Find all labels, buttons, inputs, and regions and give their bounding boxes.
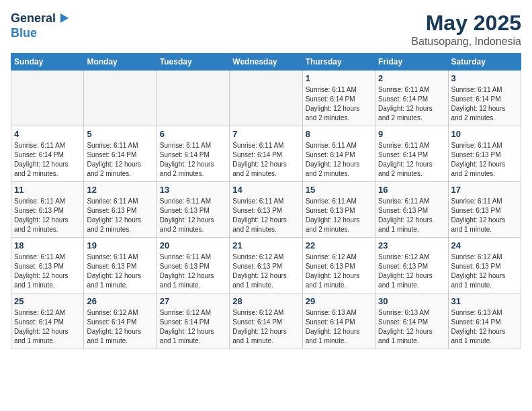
day-number: 3 — [451, 73, 518, 83]
day-info: Sunrise: 6:12 AM Sunset: 6:13 PM Dayligh… — [378, 253, 445, 290]
calendar-cell — [157, 71, 229, 126]
calendar-cell: 13Sunrise: 6:11 AM Sunset: 6:13 PM Dayli… — [157, 182, 229, 238]
day-number: 19 — [87, 240, 153, 250]
calendar-cell: 27Sunrise: 6:12 AM Sunset: 6:14 PM Dayli… — [157, 293, 229, 349]
svg-marker-0 — [60, 13, 69, 23]
day-info: Sunrise: 6:11 AM Sunset: 6:13 PM Dayligh… — [14, 197, 81, 234]
day-number: 8 — [306, 129, 372, 139]
day-info: Sunrise: 6:11 AM Sunset: 6:14 PM Dayligh… — [378, 141, 445, 179]
day-number: 22 — [306, 240, 372, 250]
day-info: Sunrise: 6:12 AM Sunset: 6:13 PM Dayligh… — [451, 253, 518, 290]
calendar-cell: 1Sunrise: 6:11 AM Sunset: 6:14 PM Daylig… — [302, 71, 375, 126]
calendar-cell: 8Sunrise: 6:11 AM Sunset: 6:14 PM Daylig… — [302, 126, 375, 182]
calendar-cell: 22Sunrise: 6:12 AM Sunset: 6:13 PM Dayli… — [302, 238, 375, 293]
col-thursday: Thursday — [302, 54, 375, 71]
calendar-cell: 28Sunrise: 6:12 AM Sunset: 6:14 PM Dayli… — [230, 293, 302, 349]
calendar-cell: 25Sunrise: 6:12 AM Sunset: 6:14 PM Dayli… — [11, 293, 84, 349]
calendar-table: Sunday Monday Tuesday Wednesday Thursday… — [11, 53, 521, 349]
day-info: Sunrise: 6:11 AM Sunset: 6:13 PM Dayligh… — [451, 141, 518, 179]
logo-text-blue: Blue — [11, 27, 70, 40]
day-info: Sunrise: 6:13 AM Sunset: 6:14 PM Dayligh… — [378, 308, 445, 346]
day-number: 21 — [232, 240, 299, 250]
day-number: 7 — [232, 129, 299, 139]
calendar-cell: 29Sunrise: 6:13 AM Sunset: 6:14 PM Dayli… — [302, 293, 375, 349]
day-info: Sunrise: 6:11 AM Sunset: 6:13 PM Dayligh… — [232, 197, 299, 234]
day-number: 18 — [14, 240, 81, 250]
col-wednesday: Wednesday — [230, 54, 302, 71]
calendar-cell: 3Sunrise: 6:11 AM Sunset: 6:14 PM Daylig… — [448, 71, 521, 126]
day-info: Sunrise: 6:11 AM Sunset: 6:13 PM Dayligh… — [160, 197, 226, 234]
day-number: 12 — [87, 185, 153, 195]
calendar-cell: 6Sunrise: 6:11 AM Sunset: 6:14 PM Daylig… — [157, 126, 229, 182]
calendar-cell: 31Sunrise: 6:13 AM Sunset: 6:14 PM Dayli… — [448, 293, 521, 349]
calendar-cell: 20Sunrise: 6:11 AM Sunset: 6:13 PM Dayli… — [157, 238, 229, 293]
logo-arrow-icon — [58, 12, 70, 24]
logo-text-general: General — [11, 11, 56, 25]
calendar-cell: 4Sunrise: 6:11 AM Sunset: 6:14 PM Daylig… — [11, 126, 84, 182]
calendar-cell: 21Sunrise: 6:12 AM Sunset: 6:13 PM Dayli… — [230, 238, 302, 293]
col-friday: Friday — [375, 54, 448, 71]
day-info: Sunrise: 6:12 AM Sunset: 6:14 PM Dayligh… — [87, 308, 153, 346]
calendar-cell: 23Sunrise: 6:12 AM Sunset: 6:13 PM Dayli… — [375, 238, 448, 293]
day-number: 16 — [378, 185, 445, 195]
day-number: 27 — [160, 296, 226, 306]
day-info: Sunrise: 6:11 AM Sunset: 6:13 PM Dayligh… — [306, 197, 372, 234]
day-info: Sunrise: 6:11 AM Sunset: 6:14 PM Dayligh… — [160, 141, 226, 179]
week-row-2: 4Sunrise: 6:11 AM Sunset: 6:14 PM Daylig… — [11, 126, 521, 182]
day-info: Sunrise: 6:12 AM Sunset: 6:13 PM Dayligh… — [232, 253, 299, 290]
day-number: 11 — [14, 185, 81, 195]
col-saturday: Saturday — [448, 54, 521, 71]
day-number: 26 — [87, 296, 153, 306]
day-info: Sunrise: 6:11 AM Sunset: 6:13 PM Dayligh… — [451, 197, 518, 234]
calendar-cell: 18Sunrise: 6:11 AM Sunset: 6:13 PM Dayli… — [11, 238, 84, 293]
day-info: Sunrise: 6:12 AM Sunset: 6:14 PM Dayligh… — [232, 308, 299, 346]
calendar-cell — [11, 71, 84, 126]
day-info: Sunrise: 6:11 AM Sunset: 6:14 PM Dayligh… — [232, 141, 299, 179]
day-info: Sunrise: 6:11 AM Sunset: 6:14 PM Dayligh… — [87, 141, 153, 179]
calendar-cell: 26Sunrise: 6:12 AM Sunset: 6:14 PM Dayli… — [84, 293, 157, 349]
calendar-cell: 16Sunrise: 6:11 AM Sunset: 6:13 PM Dayli… — [375, 182, 448, 238]
page-title: May 2025 — [411, 11, 521, 36]
day-info: Sunrise: 6:11 AM Sunset: 6:14 PM Dayligh… — [306, 141, 372, 179]
calendar-cell: 2Sunrise: 6:11 AM Sunset: 6:14 PM Daylig… — [375, 71, 448, 126]
day-number: 2 — [378, 73, 445, 83]
calendar-cell: 19Sunrise: 6:11 AM Sunset: 6:13 PM Dayli… — [84, 238, 157, 293]
col-sunday: Sunday — [11, 54, 84, 71]
week-row-3: 11Sunrise: 6:11 AM Sunset: 6:13 PM Dayli… — [11, 182, 521, 238]
day-number: 9 — [378, 129, 445, 139]
day-number: 13 — [160, 185, 226, 195]
day-info: Sunrise: 6:11 AM Sunset: 6:13 PM Dayligh… — [378, 197, 445, 234]
title-block: May 2025 Batusopang, Indonesia — [411, 11, 521, 48]
day-number: 14 — [232, 185, 299, 195]
day-number: 29 — [306, 296, 372, 306]
day-info: Sunrise: 6:11 AM Sunset: 6:13 PM Dayligh… — [160, 253, 226, 290]
day-number: 17 — [451, 185, 518, 195]
calendar-cell: 15Sunrise: 6:11 AM Sunset: 6:13 PM Dayli… — [302, 182, 375, 238]
day-number: 23 — [378, 240, 445, 250]
week-row-4: 18Sunrise: 6:11 AM Sunset: 6:13 PM Dayli… — [11, 238, 521, 293]
calendar-cell: 17Sunrise: 6:11 AM Sunset: 6:13 PM Dayli… — [448, 182, 521, 238]
day-info: Sunrise: 6:11 AM Sunset: 6:14 PM Dayligh… — [306, 85, 372, 123]
calendar-cell: 10Sunrise: 6:11 AM Sunset: 6:13 PM Dayli… — [448, 126, 521, 182]
day-number: 24 — [451, 240, 518, 250]
calendar-cell: 9Sunrise: 6:11 AM Sunset: 6:14 PM Daylig… — [375, 126, 448, 182]
day-info: Sunrise: 6:11 AM Sunset: 6:14 PM Dayligh… — [378, 85, 445, 123]
day-info: Sunrise: 6:12 AM Sunset: 6:14 PM Dayligh… — [14, 308, 81, 346]
page-subtitle: Batusopang, Indonesia — [411, 36, 521, 48]
calendar-cell: 12Sunrise: 6:11 AM Sunset: 6:13 PM Dayli… — [84, 182, 157, 238]
calendar-cell: 11Sunrise: 6:11 AM Sunset: 6:13 PM Dayli… — [11, 182, 84, 238]
day-number: 6 — [160, 129, 226, 139]
day-number: 31 — [451, 296, 518, 306]
calendar-cell: 5Sunrise: 6:11 AM Sunset: 6:14 PM Daylig… — [84, 126, 157, 182]
calendar-cell — [84, 71, 157, 126]
day-info: Sunrise: 6:11 AM Sunset: 6:13 PM Dayligh… — [14, 253, 81, 290]
logo: General Blue — [11, 11, 70, 40]
day-number: 25 — [14, 296, 81, 306]
day-info: Sunrise: 6:12 AM Sunset: 6:14 PM Dayligh… — [160, 308, 226, 346]
day-number: 20 — [160, 240, 226, 250]
day-number: 5 — [87, 129, 153, 139]
day-info: Sunrise: 6:11 AM Sunset: 6:13 PM Dayligh… — [87, 197, 153, 234]
day-number: 28 — [232, 296, 299, 306]
day-info: Sunrise: 6:11 AM Sunset: 6:14 PM Dayligh… — [14, 141, 81, 179]
day-number: 10 — [451, 129, 518, 139]
